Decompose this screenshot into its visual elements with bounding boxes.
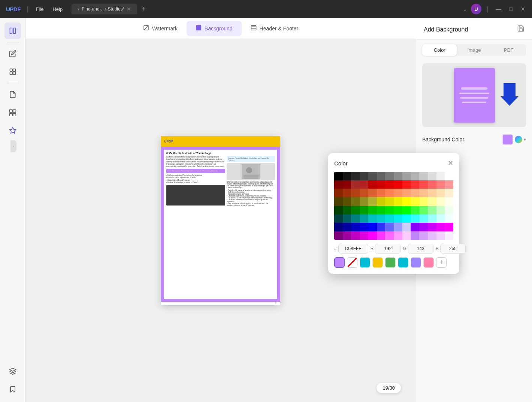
g-input[interactable] <box>408 244 433 254</box>
palette-color-cell[interactable] <box>419 223 428 231</box>
minimize-button[interactable]: — <box>494 5 504 13</box>
close-button[interactable]: ✕ <box>519 5 528 13</box>
color-expand-icon[interactable]: ▾ <box>524 137 526 142</box>
palette-color-cell[interactable] <box>334 206 343 214</box>
palette-color-cell[interactable] <box>351 189 360 197</box>
palette-color-cell[interactable] <box>419 214 428 223</box>
palette-color-cell[interactable] <box>343 172 351 180</box>
palette-color-cell[interactable] <box>343 197 351 206</box>
palette-color-cell[interactable] <box>385 197 394 206</box>
palette-color-cell[interactable] <box>360 180 368 189</box>
palette-color-cell[interactable] <box>368 214 377 223</box>
color-gradient-picker[interactable] <box>515 136 522 143</box>
r-input[interactable] <box>375 244 400 254</box>
tab-background[interactable]: Background <box>187 21 242 36</box>
palette-color-cell[interactable] <box>436 214 445 223</box>
color-picker-close-button[interactable]: ✕ <box>448 159 453 167</box>
palette-color-cell[interactable] <box>436 180 445 189</box>
document-tab[interactable]: ▾ Find-and-...r-Studies* ✕ <box>72 4 137 14</box>
palette-color-cell[interactable] <box>385 189 394 197</box>
palette-color-cell[interactable] <box>368 197 377 206</box>
file-menu[interactable]: File <box>33 5 47 14</box>
palette-color-cell[interactable] <box>402 223 411 231</box>
palette-color-cell[interactable] <box>402 214 411 223</box>
palette-color-cell[interactable] <box>360 214 368 223</box>
palette-color-cell[interactable] <box>360 172 368 180</box>
palette-color-cell[interactable] <box>402 180 411 189</box>
palette-color-cell[interactable] <box>360 223 368 231</box>
palette-color-cell[interactable] <box>377 223 386 231</box>
palette-color-cell[interactable] <box>428 189 436 197</box>
palette-color-cell[interactable] <box>334 231 343 240</box>
sidebar-icon-read[interactable] <box>4 22 21 39</box>
palette-color-cell[interactable] <box>445 189 453 197</box>
palette-color-cell[interactable] <box>351 206 360 214</box>
sidebar-collapse-button[interactable]: › <box>10 140 16 152</box>
palette-color-cell[interactable] <box>377 214 386 223</box>
palette-color-cell[interactable] <box>334 172 343 180</box>
recent-swatch-3[interactable] <box>372 257 383 268</box>
palette-color-cell[interactable] <box>428 197 436 206</box>
palette-color-cell[interactable] <box>334 180 343 189</box>
palette-color-cell[interactable] <box>360 231 368 240</box>
palette-color-cell[interactable] <box>394 214 402 223</box>
tab-pdf[interactable]: PDF <box>492 44 526 56</box>
palette-color-cell[interactable] <box>385 206 394 214</box>
palette-color-cell[interactable] <box>445 180 453 189</box>
palette-color-cell[interactable] <box>445 172 453 180</box>
palette-color-cell[interactable] <box>385 231 394 240</box>
new-tab-button[interactable]: + <box>139 4 148 14</box>
palette-color-cell[interactable] <box>343 231 351 240</box>
palette-color-cell[interactable] <box>394 172 402 180</box>
palette-color-cell[interactable] <box>419 172 428 180</box>
palette-color-cell[interactable] <box>428 172 436 180</box>
palette-color-cell[interactable] <box>402 172 411 180</box>
palette-color-cell[interactable] <box>419 197 428 206</box>
sidebar-icon-convert[interactable] <box>4 104 21 121</box>
recent-swatch-0[interactable] <box>334 257 345 268</box>
palette-color-cell[interactable] <box>334 214 343 223</box>
palette-color-cell[interactable] <box>436 197 445 206</box>
palette-color-cell[interactable] <box>419 180 428 189</box>
palette-color-cell[interactable] <box>445 223 453 231</box>
recent-swatch-4[interactable] <box>385 257 396 268</box>
palette-color-cell[interactable] <box>419 231 428 240</box>
palette-color-cell[interactable] <box>428 231 436 240</box>
palette-color-cell[interactable] <box>402 197 411 206</box>
recent-swatch-6[interactable] <box>411 257 421 268</box>
palette-color-cell[interactable] <box>377 197 386 206</box>
palette-color-cell[interactable] <box>343 214 351 223</box>
save-button[interactable] <box>517 25 525 34</box>
palette-color-cell[interactable] <box>402 189 411 197</box>
palette-color-cell[interactable] <box>445 214 453 223</box>
sidebar-icon-organize[interactable] <box>4 63 21 80</box>
palette-color-cell[interactable] <box>394 231 402 240</box>
palette-color-cell[interactable] <box>436 172 445 180</box>
palette-color-cell[interactable] <box>445 206 453 214</box>
recent-swatch-5[interactable] <box>398 257 408 268</box>
palette-color-cell[interactable] <box>428 223 436 231</box>
palette-color-cell[interactable] <box>360 189 368 197</box>
palette-color-cell[interactable] <box>428 206 436 214</box>
palette-color-cell[interactable] <box>419 189 428 197</box>
palette-color-cell[interactable] <box>368 206 377 214</box>
sidebar-icon-ai[interactable] <box>4 122 21 139</box>
palette-color-cell[interactable] <box>351 231 360 240</box>
user-avatar[interactable]: U <box>471 4 481 14</box>
palette-color-cell[interactable] <box>445 197 453 206</box>
palette-color-cell[interactable] <box>411 231 419 240</box>
tab-color[interactable]: Color <box>422 44 457 56</box>
maximize-button[interactable]: □ <box>507 5 515 13</box>
palette-color-cell[interactable] <box>436 223 445 231</box>
hex-input[interactable] <box>338 244 368 254</box>
palette-color-cell[interactable] <box>334 223 343 231</box>
palette-color-cell[interactable] <box>334 197 343 206</box>
sidebar-icon-bookmark[interactable] <box>4 381 21 398</box>
palette-color-cell[interactable] <box>368 223 377 231</box>
palette-color-cell[interactable] <box>445 231 453 240</box>
palette-color-cell[interactable] <box>394 223 402 231</box>
palette-color-cell[interactable] <box>394 197 402 206</box>
help-menu[interactable]: Help <box>49 5 66 14</box>
palette-color-cell[interactable] <box>436 189 445 197</box>
palette-color-cell[interactable] <box>411 180 419 189</box>
